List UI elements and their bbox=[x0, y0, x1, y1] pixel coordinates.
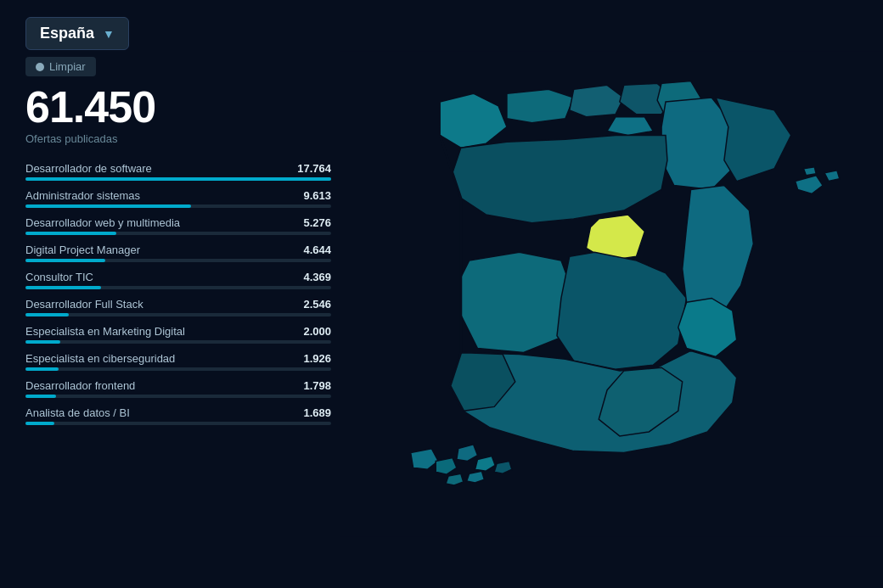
job-name: Desarrollador frontend bbox=[25, 379, 135, 392]
job-item[interactable]: Especialista en Marketing Digital 2.000 bbox=[25, 325, 331, 344]
job-item[interactable]: Digital Project Manager 4.644 bbox=[25, 244, 331, 262]
bar-fill bbox=[25, 367, 59, 371]
job-name: Desarrollador de software bbox=[25, 162, 152, 175]
job-name: Analista de datos / BI bbox=[25, 406, 130, 419]
bar-fill bbox=[25, 313, 69, 316]
left-panel: España ▼ Limpiar 61.450 Ofertas publicad… bbox=[0, 0, 357, 588]
job-name: Desarrollador web y multimedia bbox=[25, 216, 180, 229]
bar-track bbox=[25, 204, 331, 208]
job-count: 4.644 bbox=[303, 244, 331, 256]
job-item[interactable]: Desarrollador web y multimedia 5.276 bbox=[25, 216, 331, 235]
total-label: Ofertas publicadas bbox=[25, 132, 331, 145]
job-item[interactable]: Desarrollador frontend 1.798 bbox=[25, 379, 331, 398]
bar-fill bbox=[25, 340, 60, 344]
bar-fill bbox=[25, 395, 56, 398]
bar-fill bbox=[25, 259, 105, 262]
job-count: 9.613 bbox=[303, 189, 331, 202]
clear-label: Limpiar bbox=[49, 60, 86, 73]
bar-track bbox=[25, 367, 331, 371]
job-list: Desarrollador de software 17.764 Adminis… bbox=[25, 162, 331, 425]
job-item[interactable]: Desarrollador de software 17.764 bbox=[25, 162, 331, 181]
total-count: 61.450 bbox=[25, 85, 331, 129]
job-count: 17.764 bbox=[297, 162, 331, 175]
clear-dot-icon bbox=[36, 63, 44, 71]
bar-track bbox=[25, 422, 331, 425]
job-name: Consultor TIC bbox=[25, 271, 93, 283]
job-count: 1.689 bbox=[303, 406, 331, 419]
job-count: 2.546 bbox=[303, 298, 331, 311]
job-name: Especialista en ciberseguridad bbox=[25, 352, 175, 365]
job-count: 1.926 bbox=[303, 352, 331, 365]
job-count: 4.369 bbox=[303, 271, 331, 283]
job-count: 1.798 bbox=[303, 379, 331, 392]
bar-track bbox=[25, 259, 331, 262]
bar-track bbox=[25, 313, 331, 316]
bar-fill bbox=[25, 204, 191, 208]
job-name: Administrador sistemas bbox=[25, 189, 140, 202]
job-item[interactable]: Desarrollador Full Stack 2.546 bbox=[25, 298, 331, 316]
bar-track bbox=[25, 395, 331, 398]
chevron-down-icon: ▼ bbox=[103, 27, 115, 41]
job-count: 2.000 bbox=[303, 325, 331, 338]
job-name: Digital Project Manager bbox=[25, 244, 140, 256]
bar-fill bbox=[25, 422, 54, 425]
bar-fill bbox=[25, 177, 331, 181]
job-item[interactable]: Analista de datos / BI 1.689 bbox=[25, 406, 331, 425]
country-label: España bbox=[40, 25, 94, 42]
bar-track bbox=[25, 340, 331, 344]
bar-track bbox=[25, 177, 331, 181]
job-item[interactable]: Consultor TIC 4.369 bbox=[25, 271, 331, 289]
bar-track bbox=[25, 232, 331, 235]
spain-map[interactable] bbox=[340, 0, 883, 588]
job-item[interactable]: Especialista en ciberseguridad 1.926 bbox=[25, 352, 331, 371]
job-item[interactable]: Administrador sistemas 9.613 bbox=[25, 189, 331, 208]
bar-track bbox=[25, 286, 331, 289]
bar-fill bbox=[25, 286, 101, 289]
clear-button[interactable]: Limpiar bbox=[25, 57, 96, 76]
job-name: Desarrollador Full Stack bbox=[25, 298, 143, 311]
map-svg bbox=[340, 0, 883, 588]
job-count: 5.276 bbox=[303, 216, 331, 229]
bar-fill bbox=[25, 232, 116, 235]
job-name: Especialista en Marketing Digital bbox=[25, 325, 185, 338]
country-dropdown[interactable]: España ▼ bbox=[25, 17, 129, 50]
